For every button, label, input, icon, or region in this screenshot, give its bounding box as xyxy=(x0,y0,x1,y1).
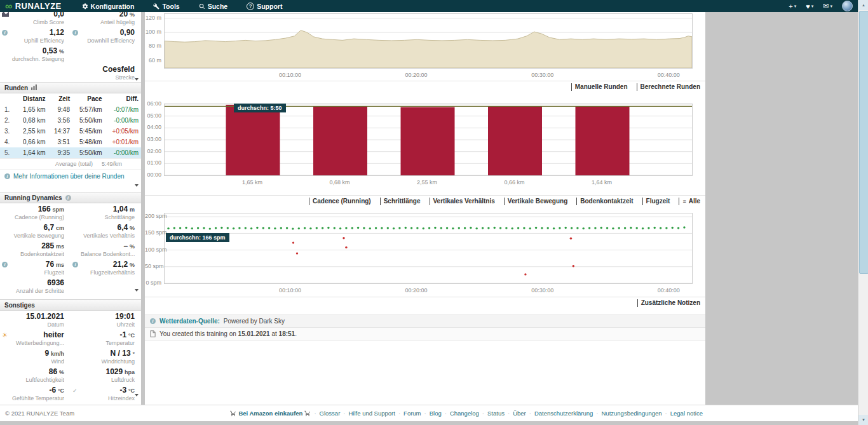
misc-section-title: Sonstiges xyxy=(4,302,35,309)
x-tick-label: 00:40:00 xyxy=(649,72,688,78)
cadence-chart[interactable]: durchschn: 166 spm 0 spm50 spm100 spm150… xyxy=(145,208,705,297)
menu-tools[interactable]: Tools xyxy=(153,3,179,10)
link-vertikales-verhältnis[interactable]: Vertikales Verhältnis xyxy=(430,198,495,205)
link-berechnete-runden[interactable]: Berechnete Runden xyxy=(637,83,700,91)
footer-link-blog[interactable]: Blog xyxy=(430,410,442,417)
pace-per-lap-chart[interactable]: durchschn: 5:50 00:0001:0002:0003:0004:0… xyxy=(145,93,705,195)
footer-link-datenschutzerklärung[interactable]: Datenschutzerklärung xyxy=(534,410,593,417)
brand-name: RUNALYZE xyxy=(15,1,62,11)
menu-suche[interactable]: Suche xyxy=(199,3,228,10)
created-note-text: You created this training on 15.01.2021 … xyxy=(159,330,297,337)
footer-link-legal-notice[interactable]: Legal notice xyxy=(670,410,703,417)
laps-col-diff: Diff. xyxy=(105,93,141,104)
y-tick-label: 80 m xyxy=(145,43,161,49)
lap-row[interactable]: 3.2,55 km14:375:45/km+0:05/km xyxy=(0,126,141,137)
laps-section-header: Runden xyxy=(0,82,141,93)
running-dynamics-title: Running Dynamics xyxy=(4,194,62,201)
footer-link-nutzungsbedingungen[interactable]: Nutzungsbedingungen xyxy=(602,410,662,417)
laps-col-pace: Pace xyxy=(72,93,105,104)
elevation-chart[interactable]: 60 m80 m100 m120 m00:10:0000:20:0000:30:… xyxy=(145,12,705,81)
footer-link-glossar[interactable]: Glossar xyxy=(320,410,341,417)
stat-gefühlte-temperatur: -6 °CGefühlte Temperatur xyxy=(0,384,71,403)
y-tick-label: 0 spm xyxy=(145,280,161,286)
notes-links: Zusätzliche Notizen xyxy=(145,297,705,309)
footer-link-hilfe-und-support[interactable]: Hilfe und Support xyxy=(348,410,395,417)
scroll-down-button[interactable]: ▼ xyxy=(858,415,868,425)
scrollbar-thumb[interactable] xyxy=(859,11,868,274)
footer-link-amazon[interactable]: Bei Amazon einkaufen xyxy=(230,410,311,417)
y-tick-label: 03:00 xyxy=(145,136,161,142)
link-flugzeit[interactable]: Flugzeit xyxy=(642,198,670,205)
activity-main-panel: 60 m80 m100 m120 m00:10:0000:20:0000:30:… xyxy=(145,12,705,405)
navbar-actions: +▾♥▾✉▾ xyxy=(789,1,853,11)
x-tick-label: 00:20:00 xyxy=(397,72,435,78)
scroll-up-button[interactable]: ▲ xyxy=(858,0,868,10)
scroll-down-arrow[interactable] xyxy=(135,289,139,292)
scroll-down-arrow[interactable] xyxy=(135,394,139,396)
link-schrittlänge[interactable]: Schrittlänge xyxy=(380,198,421,205)
stat-durchschn-steigung: 0,53 %durchschn. Steigung xyxy=(0,45,71,64)
stat-luftdruck: 1029 hpaLuftdruck xyxy=(71,366,141,384)
x-tick-label: 1,65 km xyxy=(233,179,271,186)
lap-row[interactable]: 5.1,64 km9:355:50/km-0:00/km xyxy=(0,147,141,158)
link-manuelle-runden[interactable]: Manuelle Runden xyxy=(571,83,628,91)
stat-balance-bodenkont: – %Balance Bodenkont... xyxy=(71,240,141,259)
plus-icon[interactable]: +▾ xyxy=(789,3,796,10)
area-chart-icon xyxy=(2,12,9,18)
runalyze-logo[interactable]: ∞ RUNALYZE xyxy=(5,1,62,11)
scroll-down-arrow[interactable] xyxy=(135,184,139,187)
stat-uphill-efficiency: i1,12Uphill Efficiency xyxy=(0,27,71,45)
stat-vertikale-bewegung: 6,7 cmVertikale Bewegung xyxy=(0,222,71,240)
y-tick-label: 100 spm xyxy=(145,246,161,253)
scroll-down-arrow[interactable] xyxy=(135,78,139,81)
link-alle[interactable]: ≡Alle xyxy=(679,198,700,205)
separator: · xyxy=(596,410,598,417)
runalyze-app: ∞ RUNALYZE KonfigurationToolsSuche?Suppo… xyxy=(0,0,868,425)
info-icon[interactable]: i xyxy=(65,195,71,201)
stat-datum: 15.01.2021Datum xyxy=(0,311,71,329)
running-dynamics-header: Running Dynamics i xyxy=(0,192,141,203)
footer-link-über[interactable]: Über xyxy=(513,410,526,417)
laps-average-row: Average (total) 5:49/km xyxy=(0,158,141,169)
mail-icon[interactable]: ✉▾ xyxy=(823,2,832,10)
chevron-down-icon: ▾ xyxy=(811,4,814,9)
menu-konfiguration[interactable]: Konfiguration xyxy=(82,3,135,10)
footer-link-forum[interactable]: Forum xyxy=(403,410,421,417)
y-tick-label: 02:00 xyxy=(145,148,161,154)
lap-row[interactable]: 2.0,68 km3:565:50/km-0:00/km xyxy=(0,115,141,126)
footer-link-status[interactable]: Status xyxy=(487,410,505,417)
list-icon: ≡ xyxy=(682,198,686,205)
menu-support[interactable]: ?Support xyxy=(247,3,282,10)
stat-wind: 9 km/hWind xyxy=(0,347,71,366)
user-avatar[interactable] xyxy=(842,1,853,11)
heart-icon[interactable]: ♥▾ xyxy=(806,3,813,10)
stat-cadence-running: 166 spmCadence (Running) xyxy=(0,203,71,222)
laps-more-link[interactable]: i Mehr Informationen über deine Runden xyxy=(0,169,141,183)
running-dynamics-stats: 166 spmCadence (Running)1,04 mSchrittlän… xyxy=(0,203,141,295)
footer-link-changelog[interactable]: Changelog xyxy=(450,410,479,417)
y-tick-label: 200 spm xyxy=(145,213,161,219)
sun-icon: ☀ xyxy=(2,332,8,339)
stat-vertikales-verhältnis: 6,4 %Vertikales Verhältnis xyxy=(71,222,141,240)
x-tick-label: 00:10:00 xyxy=(271,72,309,78)
chart-bars-icon[interactable] xyxy=(31,84,37,91)
separator: · xyxy=(424,410,426,417)
lap-row[interactable]: 4.0,66 km3:515:48/km+0:01/km xyxy=(0,137,141,147)
link-vertikale-bewegung[interactable]: Vertikale Bewegung xyxy=(504,198,567,205)
info-icon: i xyxy=(72,30,78,36)
info-icon: i xyxy=(150,318,156,324)
search-icon xyxy=(199,3,205,10)
link-zusätzliche-notizen[interactable]: Zusätzliche Notizen xyxy=(637,299,700,307)
link-cadence-running[interactable]: Cadence (Running) xyxy=(309,198,371,205)
copyright: © 2021 RUNALYZE Team xyxy=(5,410,74,417)
vertical-scrollbar[interactable]: ▲ ▼ xyxy=(858,0,868,425)
stat-temperatur: -1 °CTemperatur xyxy=(71,329,141,347)
link-bodenkontaktzeit[interactable]: Bodenkontaktzeit xyxy=(576,198,633,205)
weather-source-link[interactable]: Wetterdaten-Quelle: xyxy=(159,318,220,325)
separator: · xyxy=(445,410,447,417)
info-icon: i xyxy=(72,262,78,267)
y-tick-label: 05:00 xyxy=(145,112,161,119)
lap-row[interactable]: 1.1,65 km9:485:57/km-0:07/km xyxy=(0,104,141,115)
weather-source-row: i Wetterdaten-Quelle: Powered by Dark Sk… xyxy=(145,314,705,327)
stat-bodenkontaktzeit: 285 msBodenkontaktzeit xyxy=(0,240,71,259)
